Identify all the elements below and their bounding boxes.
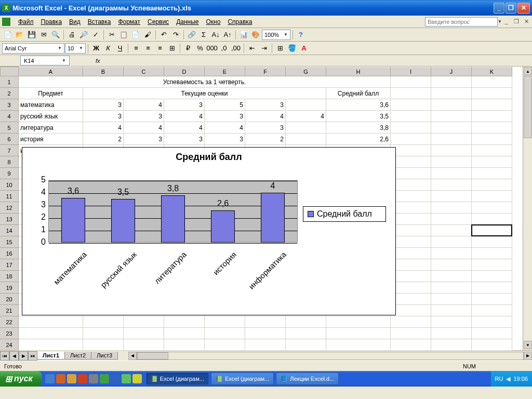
cell-K17[interactable] <box>472 259 512 271</box>
cell-H2[interactable]: Средний балл <box>326 88 391 99</box>
cell-A24[interactable] <box>19 339 83 351</box>
cell-K4[interactable] <box>472 111 512 122</box>
cell-B3[interactable]: 3 <box>83 99 124 111</box>
scroll-left-icon[interactable]: ◀ <box>128 352 137 360</box>
col-header-J[interactable]: J <box>431 66 472 76</box>
menu-data[interactable]: Данные <box>172 17 202 26</box>
tray-icon[interactable]: ◀ <box>506 376 510 382</box>
row-header-20[interactable]: 20 <box>0 294 19 305</box>
cell-K24[interactable] <box>472 339 512 351</box>
worksheet-grid[interactable]: ABCDEFGHIJK 1234567891011121314151617181… <box>0 66 532 350</box>
cell-K10[interactable] <box>472 179 512 191</box>
row-header-1[interactable]: 1 <box>0 76 19 88</box>
cell-F22[interactable] <box>245 316 286 328</box>
preview-icon[interactable]: 🔎 <box>78 29 89 41</box>
cell-K12[interactable] <box>472 202 512 214</box>
cell-I24[interactable] <box>391 339 431 351</box>
select-all-corner[interactable] <box>0 66 19 76</box>
cell-C22[interactable] <box>124 316 164 328</box>
cell-G4[interactable]: 4 <box>286 111 326 122</box>
align-center-icon[interactable]: ≡ <box>142 43 154 54</box>
cell-C3[interactable]: 4 <box>124 99 164 111</box>
cell-E24[interactable] <box>205 339 245 351</box>
cell-K22[interactable] <box>472 316 512 328</box>
row-header-7[interactable]: 7 <box>0 145 19 156</box>
cell-A22[interactable] <box>19 316 83 328</box>
cell-H24[interactable] <box>326 339 391 351</box>
maximize-button[interactable]: ❐ <box>506 3 516 14</box>
ql-app5-icon[interactable] <box>111 374 120 383</box>
cell-G24[interactable] <box>286 339 326 351</box>
cell-C24[interactable] <box>124 339 164 351</box>
copy-icon[interactable]: 📋 <box>118 29 129 41</box>
cell-A6[interactable]: история <box>19 134 83 145</box>
align-left-icon[interactable]: ≡ <box>130 43 142 54</box>
tab-nav-next-icon[interactable]: ▶ <box>19 351 28 361</box>
cell-J19[interactable] <box>431 282 472 294</box>
paste-icon[interactable]: 📄 <box>130 29 141 41</box>
cell-I15[interactable] <box>391 236 431 248</box>
tab-nav-prev-icon[interactable]: ◀ <box>9 351 19 361</box>
redo-icon[interactable]: ↷ <box>170 29 181 41</box>
help-icon[interactable]: ? <box>295 29 307 41</box>
cell-F6[interactable]: 2 <box>245 134 286 145</box>
menu-file[interactable]: Файл <box>15 17 37 26</box>
cell-I6[interactable] <box>391 134 431 145</box>
cell-I1[interactable] <box>391 76 431 88</box>
wb-restore-button[interactable]: ❐ <box>513 18 520 25</box>
ql-app6-icon[interactable] <box>122 374 131 383</box>
cell-I13[interactable] <box>391 214 431 225</box>
drawing-icon[interactable]: 🎨 <box>250 29 261 41</box>
zoom-combo[interactable]: 100%▼ <box>262 30 290 40</box>
col-header-G[interactable]: G <box>286 66 326 76</box>
save-icon[interactable]: 💾 <box>26 29 37 41</box>
cell-K6[interactable] <box>472 134 512 145</box>
inc-indent-icon[interactable]: ⇥ <box>258 43 270 54</box>
cell-J7[interactable] <box>431 145 472 156</box>
percent-icon[interactable]: % <box>194 43 206 54</box>
cell-K3[interactable] <box>472 99 512 111</box>
cell-G3[interactable] <box>286 99 326 111</box>
cell-A4[interactable]: русский язык <box>19 111 83 122</box>
cell-K11[interactable] <box>472 191 512 202</box>
sheet-tab-2[interactable]: Лист2 <box>64 352 91 360</box>
autosum-icon[interactable]: Σ <box>198 29 209 41</box>
vertical-scrollbar[interactable]: ▲ ▼ <box>523 66 532 350</box>
cell-J17[interactable] <box>431 259 472 271</box>
ql-firefox-icon[interactable] <box>78 374 87 383</box>
currency-icon[interactable]: ₽ <box>182 43 194 54</box>
taskbar-app-2[interactable]: 📗 Excel (диаграм... <box>211 373 274 385</box>
cell-C6[interactable]: 3 <box>124 134 164 145</box>
cell-I18[interactable] <box>391 271 431 282</box>
cell-J15[interactable] <box>431 236 472 248</box>
cell-J3[interactable] <box>431 99 472 111</box>
cell-J6[interactable] <box>431 134 472 145</box>
cell-A5[interactable]: литература <box>19 122 83 134</box>
cell-J10[interactable] <box>431 179 472 191</box>
cell-K7[interactable] <box>472 145 512 156</box>
cell-D6[interactable]: 3 <box>164 134 205 145</box>
col-header-I[interactable]: I <box>391 66 431 76</box>
start-button[interactable]: ⊞ пуск <box>0 371 42 387</box>
cell-A23[interactable] <box>19 328 83 339</box>
cell-E22[interactable] <box>205 316 245 328</box>
cell-D24[interactable] <box>164 339 205 351</box>
font-size-combo[interactable]: 10▼ <box>65 43 86 54</box>
cell-I4[interactable] <box>391 111 431 122</box>
ql-app4-icon[interactable] <box>100 374 109 383</box>
ql-app1-icon[interactable] <box>56 374 65 383</box>
fill-color-icon[interactable]: 🪣 <box>286 43 298 54</box>
cell-I9[interactable] <box>391 168 431 179</box>
italic-icon[interactable]: К <box>102 43 114 54</box>
bold-icon[interactable]: Ж <box>90 43 102 54</box>
menu-window[interactable]: Окно <box>202 17 224 26</box>
wb-close-button[interactable]: ✕ <box>523 18 530 25</box>
ql-app7-icon[interactable] <box>132 374 142 383</box>
cell-I11[interactable] <box>391 191 431 202</box>
wb-minimize-button[interactable]: _ <box>503 18 510 24</box>
cell-B23[interactable] <box>83 328 124 339</box>
font-color-icon[interactable]: A <box>298 43 310 54</box>
align-right-icon[interactable]: ≡ <box>154 43 166 54</box>
row-header-22[interactable]: 22 <box>0 316 19 328</box>
cell-K2[interactable] <box>472 88 512 99</box>
